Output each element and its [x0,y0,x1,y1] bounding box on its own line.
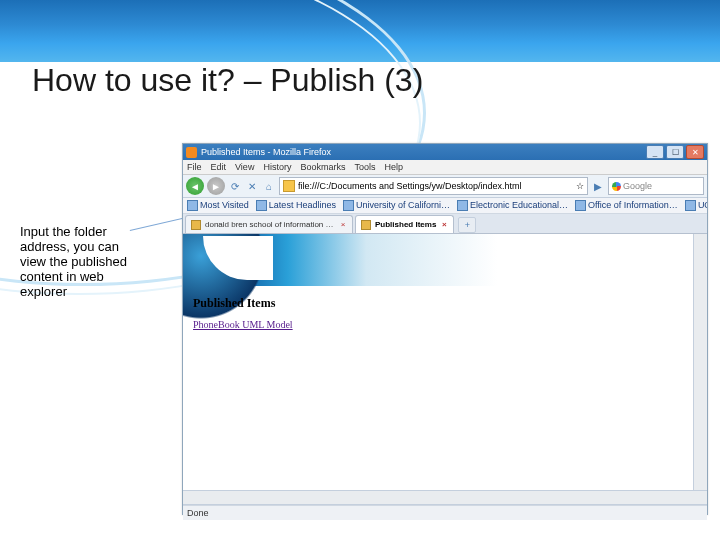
stop-button[interactable]: ✕ [245,179,259,193]
forward-button[interactable]: ► [207,177,225,195]
link-phonebook-uml[interactable]: PhoneBook UML Model [193,319,293,330]
bookmark-most-visited[interactable]: Most Visited [187,200,249,211]
tab-label: donald bren school of information and c… [205,220,335,229]
slide-caption: Input the folder address, you can view t… [20,225,130,300]
vertical-scrollbar[interactable] [693,234,707,504]
google-icon [612,182,621,191]
new-tab-button[interactable]: + [458,217,476,233]
bookmark-latest-headlines[interactable]: Latest Headlines [256,200,336,211]
address-bar[interactable]: file:///C:/Documents and Settings/yw/Des… [279,177,588,195]
tab-close-icon[interactable]: × [440,221,448,229]
menu-bookmarks[interactable]: Bookmarks [300,162,345,172]
menu-help[interactable]: Help [384,162,403,172]
minimize-button[interactable]: _ [646,145,664,159]
home-button[interactable]: ⌂ [262,179,276,193]
maximize-button[interactable]: ☐ [666,145,684,159]
tab-strip: donald bren school of information and c…… [183,214,707,234]
status-text: Done [187,508,209,518]
tab-bren-school[interactable]: donald bren school of information and c…… [185,215,353,233]
window-titlebar[interactable]: Published Items - Mozilla Firefox _ ☐ ✕ [183,144,707,160]
firefox-icon [186,147,197,158]
search-box[interactable]: Google [608,177,704,195]
menu-view[interactable]: View [235,162,254,172]
slide-title: How to use it? – Publish (3) [32,62,423,99]
menu-bar: File Edit View History Bookmarks Tools H… [183,160,707,175]
tab-favicon-icon [191,220,201,230]
menu-file[interactable]: File [187,162,202,172]
menu-tools[interactable]: Tools [354,162,375,172]
tab-label: Published Items [375,220,436,229]
address-text: file:///C:/Documents and Settings/yw/Des… [298,181,522,191]
search-placeholder: Google [623,181,652,191]
bookmark-star-icon[interactable]: ☆ [576,181,584,191]
page-banner [183,234,707,286]
menu-history[interactable]: History [263,162,291,172]
window-title: Published Items - Mozilla Firefox [201,147,331,157]
page-favicon-icon [283,180,295,192]
menu-edit[interactable]: Edit [211,162,227,172]
close-button[interactable]: ✕ [686,145,704,159]
horizontal-scrollbar[interactable] [183,490,707,504]
back-button[interactable]: ◄ [186,177,204,195]
status-bar: Done [183,505,707,520]
tab-published-items[interactable]: Published Items × [355,215,454,233]
bookmark-ee[interactable]: Electronic Educational… [457,200,568,211]
tab-favicon-icon [361,220,371,230]
bookmarks-toolbar: Most Visited Latest Headlines University… [183,198,707,214]
page-viewport: Published Items PhoneBook UML Model [183,234,707,505]
go-button[interactable]: ▶ [591,179,605,193]
bookmark-uc[interactable]: University of Californi… [343,200,450,211]
bookmark-webmail[interactable]: UCI WebMail – Login [685,200,707,211]
firefox-window: Published Items - Mozilla Firefox _ ☐ ✕ … [182,143,708,515]
page-heading: Published Items [193,296,293,311]
tab-close-icon[interactable]: × [339,221,347,229]
navigation-toolbar: ◄ ► ⟳ ✕ ⌂ file:///C:/Documents and Setti… [183,175,707,198]
bookmark-oi[interactable]: Office of Information… [575,200,678,211]
reload-button[interactable]: ⟳ [228,179,242,193]
